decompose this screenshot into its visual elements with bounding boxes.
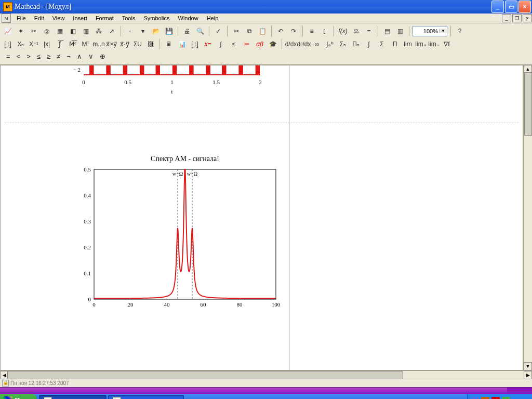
grad-icon[interactable]: ∇f [441,38,453,50]
chart-top-fragment[interactable]: − 200.511.52t [63,65,271,102]
redo-icon[interactable]: ↷ [288,25,299,37]
infinity-icon[interactable]: ∞ [311,38,323,50]
picture-icon[interactable]: 🖼 [145,38,156,50]
zoom-input[interactable] [413,28,439,34]
calc-icon[interactable]: = [363,25,375,37]
zoom-icon[interactable]: ✂ [28,25,39,37]
op-not[interactable]: ¬ [66,52,71,60]
graph-pal-icon[interactable]: 📊 [176,38,188,50]
graph-xy-icon[interactable]: 📈 [2,25,14,37]
window-maximize-button[interactable]: ▭ [505,1,517,13]
bar3d-icon[interactable]: ▥ [80,25,91,37]
print-icon[interactable]: 🖨 [181,25,193,37]
menu-help[interactable]: Help [203,14,223,22]
prod-n-icon[interactable]: Πₙ [350,38,362,50]
task-word[interactable]: W надя - Microsoft Word [108,395,184,399]
tray-icon-1[interactable]: ♪ [481,397,489,399]
cut-icon[interactable]: ✂ [231,25,242,37]
op-le[interactable]: ≤ [37,52,41,60]
matrix-icon[interactable]: [::] [2,38,14,50]
scroll-down-icon[interactable]: ▼ [524,362,532,370]
op-ge[interactable]: ≥ [47,52,50,60]
vectorize-icon[interactable]: ƒ͞ [54,38,65,50]
polar-icon[interactable]: ◎ [41,25,52,37]
lim-right-icon[interactable]: lim₊ [415,38,427,50]
window-close-button[interactable]: × [518,1,531,13]
op-xor[interactable]: ⊕ [100,52,105,60]
sum-n-icon[interactable]: Σₙ [337,38,349,50]
save-icon[interactable]: 💾 [163,25,175,37]
matrix-pal-icon[interactable]: [::] [189,38,201,50]
menu-window[interactable]: Window [174,14,203,22]
menu-file[interactable]: File [12,14,30,22]
op-ne[interactable]: ≠ [57,52,60,60]
task-mathcad[interactable]: M Mathcad - [Модул] [39,395,106,399]
align-icon[interactable]: ≡ [306,25,317,37]
preview-icon[interactable]: 🔍 [194,25,206,37]
vector-icon[interactable]: ↗ [106,25,117,37]
tray-icon-2[interactable]: K [491,397,500,399]
abs-icon[interactable]: |x| [41,38,52,50]
prod-icon[interactable]: Π [389,38,401,50]
zoom-dropdown-icon[interactable]: ▼ [439,29,447,33]
menu-symbolics[interactable]: Symbolics [139,14,174,22]
lim-icon[interactable]: lim [402,38,414,50]
scroll-thumb-h[interactable] [7,371,403,379]
program-pal-icon[interactable]: ⊨ [241,38,252,50]
tray-lang-icon[interactable]: RU [471,397,479,399]
op-equal[interactable]: = [6,52,10,60]
inverse-icon[interactable]: X⁻¹ [28,38,39,50]
horizontal-scrollbar[interactable]: ◀ ▶ [0,370,532,379]
window-minimize-button[interactable]: _ [491,1,504,13]
spell-icon[interactable]: ✓ [212,25,224,37]
fx-icon[interactable]: f(x) [337,25,349,37]
calculus-pal-icon[interactable]: ∫ [215,38,227,50]
op-and[interactable]: ∧ [77,52,82,60]
cross-icon[interactable]: x⃗×y⃗ [106,38,117,50]
contour-icon[interactable]: ◧ [67,25,78,37]
sum-icon[interactable]: Σ [376,38,388,50]
zoom-combo[interactable]: ▼ [413,26,447,36]
dropdown-icon[interactable]: ▾ [137,25,149,37]
new-icon[interactable]: ▫ [124,25,136,37]
calculator-icon[interactable]: 🖩 [163,38,175,50]
tray-icon-3[interactable]: ✓ [502,397,510,399]
int-def-icon[interactable]: ∫ₐᵇ [324,38,336,50]
paste-icon[interactable]: 📋 [257,25,268,37]
transpose-icon[interactable]: Mᵀ [80,38,91,50]
menu-insert[interactable]: Insert [69,14,91,22]
symbolic-pal-icon[interactable]: 🎓 [267,38,278,50]
copy-icon[interactable]: ⧉ [244,25,255,37]
chart-spectrum[interactable]: Спектр AM - сигнала!02040608010000.10.20… [68,154,286,315]
start-button[interactable]: Пуск [0,394,37,399]
op-greater[interactable]: > [26,52,31,60]
deriv-icon[interactable]: d/dx [285,38,297,50]
reference-icon[interactable]: ▥ [394,25,406,37]
mdi-minimize-button[interactable]: _ [502,14,511,22]
int-icon[interactable]: ∫ [363,38,375,50]
undo-icon[interactable]: ↶ [275,25,286,37]
sumvec-icon[interactable]: ΣU [132,38,143,50]
vertical-scrollbar[interactable]: ▲ ▼ [523,65,532,370]
range-icon[interactable]: m..n [93,38,104,50]
mdi-close-button[interactable]: × [523,14,532,22]
help-icon[interactable]: ? [454,25,466,37]
col-icon[interactable]: M͞ᶜ [67,38,78,50]
open-icon[interactable]: 📂 [150,25,162,37]
nth-deriv-icon[interactable]: dⁿ/dx [298,38,310,50]
menu-format[interactable]: Format [91,14,118,22]
component-icon[interactable]: ▤ [381,25,393,37]
document-canvas[interactable]: − 200.511.52t Спектр AM - сигнала!020406… [0,65,523,370]
units-icon[interactable]: ⚖ [350,25,362,37]
greek-pal-icon[interactable]: αβ [254,38,265,50]
scroll-thumb-v[interactable] [524,72,532,136]
menu-view[interactable]: View [48,14,69,22]
surface-icon[interactable]: ▦ [54,25,65,37]
scroll-right-icon[interactable]: ▶ [524,371,532,379]
trace-icon[interactable]: ✦ [15,25,26,37]
op-less[interactable]: < [17,52,21,60]
eval-pal-icon[interactable]: x= [202,38,214,50]
align-v-icon[interactable]: ⫿ [319,25,330,37]
scatter3d-icon[interactable]: ⁂ [93,25,104,37]
dot-icon[interactable]: x⃗·y⃗ [119,38,130,50]
